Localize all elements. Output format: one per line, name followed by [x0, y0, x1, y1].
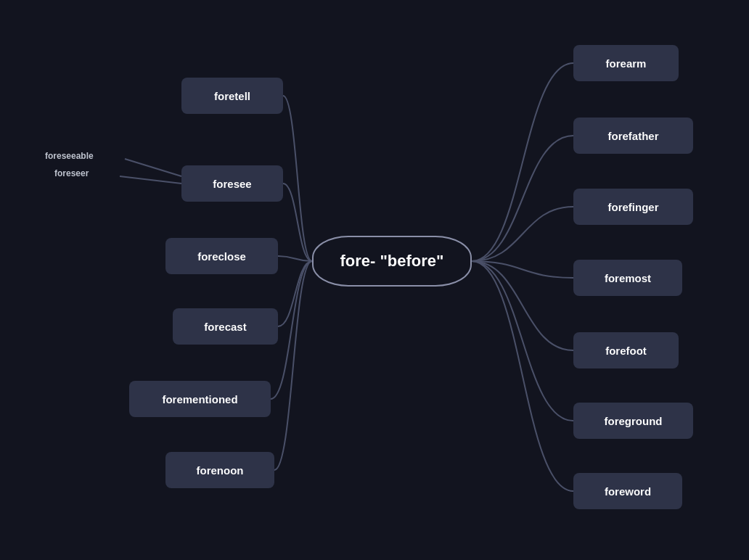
- node-foreword: foreword: [573, 473, 682, 509]
- node-foreground: foreground: [573, 403, 693, 439]
- node-forearm: forearm: [573, 45, 679, 81]
- node-foremost: foremost: [573, 260, 682, 296]
- node-foreseer: foreseer: [54, 168, 89, 178]
- node-forefinger: forefinger: [573, 189, 693, 225]
- node-foreseeable: foreseeable: [45, 151, 94, 161]
- node-foresee: foresee: [181, 165, 283, 202]
- node-foreclose: foreclose: [165, 238, 278, 274]
- node-forefoot: forefoot: [573, 332, 679, 368]
- node-forenoon: forenoon: [165, 452, 274, 488]
- center-label: fore- "before": [340, 252, 443, 271]
- center-node: fore- "before": [312, 236, 472, 287]
- node-foretell: foretell: [181, 78, 283, 114]
- node-forementioned: forementioned: [129, 381, 271, 417]
- node-forefather: forefather: [573, 118, 693, 154]
- node-forecast: forecast: [173, 308, 278, 345]
